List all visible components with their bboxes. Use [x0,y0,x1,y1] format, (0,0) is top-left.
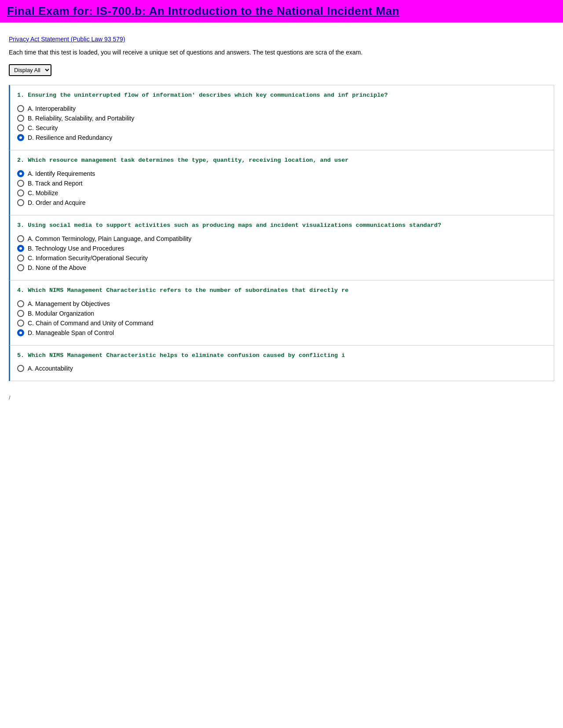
question-text-4: 4. Which NIMS Management Characteristic … [17,287,547,295]
option-item-4-C[interactable]: C. Chain of Command and Unity of Command [17,320,547,327]
radio-2-C[interactable] [17,189,24,197]
option-label-3-C: C. Information Security/Operational Secu… [28,255,148,262]
footer: / [0,390,563,405]
footer-text: / [9,394,11,401]
radio-4-C[interactable] [17,320,24,327]
radio-3-A[interactable] [17,235,24,242]
radio-1-A[interactable] [17,105,24,112]
page-title: Final Exam for: IS-700.b: An Introductio… [7,4,556,18]
option-label-2-D: D. Order and Acquire [28,199,86,206]
option-item-3-D[interactable]: D. None of the Above [17,264,547,271]
radio-1-B[interactable] [17,115,24,122]
question-block-5: 5. Which NIMS Management Characteristic … [9,346,554,382]
option-label-4-C: C. Chain of Command and Unity of Command [28,320,154,327]
main-content: Privacy Act Statement (Public Law 93 579… [0,22,563,390]
option-item-2-A[interactable]: A. Identify Requirements [17,170,547,177]
option-item-5-A[interactable]: A. Accountability [17,365,547,372]
radio-1-D[interactable] [17,134,24,141]
option-label-3-D: D. None of the Above [28,264,86,271]
display-select-container: Display All [9,64,554,76]
radio-3-D[interactable] [17,264,24,271]
option-item-3-A[interactable]: A. Common Terminology, Plain Language, a… [17,235,547,242]
option-item-4-D[interactable]: D. Manageable Span of Control [17,329,547,336]
option-label-1-D: D. Resilience and Redundancy [28,134,112,141]
option-label-1-B: B. Reliability, Scalability, and Portabi… [28,115,134,122]
question-block-2: 2. Which resource management task determ… [9,150,554,215]
question-block-4: 4. Which NIMS Management Characteristic … [9,280,554,346]
option-item-1-A[interactable]: A. Interoperability [17,105,547,112]
option-item-3-B[interactable]: B. Technology Use and Procedures [17,245,547,252]
radio-2-B[interactable] [17,180,24,187]
options-list-3: A. Common Terminology, Plain Language, a… [17,235,547,271]
option-item-1-D[interactable]: D. Resilience and Redundancy [17,134,547,141]
question-block-1: 1. Ensuring the uninterrupted flow of in… [9,85,554,150]
option-item-2-C[interactable]: C. Mobilize [17,189,547,197]
option-label-5-A: A. Accountability [28,365,73,372]
option-label-3-A: A. Common Terminology, Plain Language, a… [28,235,191,242]
radio-4-A[interactable] [17,300,24,307]
options-list-1: A. InteroperabilityB. Reliability, Scala… [17,105,547,141]
option-label-3-B: B. Technology Use and Procedures [28,245,124,252]
radio-2-A[interactable] [17,170,24,177]
option-item-2-D[interactable]: D. Order and Acquire [17,199,547,206]
option-label-2-C: C. Mobilize [28,189,58,197]
option-label-1-A: A. Interoperability [28,105,76,112]
options-list-4: A. Management by ObjectivesB. Modular Or… [17,300,547,336]
privacy-link[interactable]: Privacy Act Statement (Public Law 93 579… [9,36,554,43]
option-label-4-B: B. Modular Organization [28,310,94,317]
radio-4-D[interactable] [17,329,24,336]
option-label-4-A: A. Management by Objectives [28,300,110,307]
radio-3-C[interactable] [17,255,24,262]
options-list-5: A. Accountability [17,365,547,372]
intro-text: Each time that this test is loaded, you … [9,48,554,57]
radio-1-C[interactable] [17,124,24,131]
option-item-1-B[interactable]: B. Reliability, Scalability, and Portabi… [17,115,547,122]
question-text-5: 5. Which NIMS Management Characteristic … [17,352,547,360]
radio-3-B[interactable] [17,245,24,252]
option-label-4-D: D. Manageable Span of Control [28,329,114,336]
options-list-2: A. Identify RequirementsB. Track and Rep… [17,170,547,206]
option-label-2-A: A. Identify Requirements [28,170,95,177]
option-item-2-B[interactable]: B. Track and Report [17,180,547,187]
question-block-3: 3. Using social media to support activit… [9,215,554,280]
radio-2-D[interactable] [17,199,24,206]
questions-container: 1. Ensuring the uninterrupted flow of in… [9,85,554,381]
option-item-4-B[interactable]: B. Modular Organization [17,310,547,317]
question-text-1: 1. Ensuring the uninterrupted flow of in… [17,91,547,100]
question-text-2: 2. Which resource management task determ… [17,157,547,165]
option-label-2-B: B. Track and Report [28,180,83,187]
radio-5-A[interactable] [17,365,24,372]
question-text-3: 3. Using social media to support activit… [17,222,547,230]
option-item-3-C[interactable]: C. Information Security/Operational Secu… [17,255,547,262]
option-label-1-C: C. Security [28,124,58,131]
option-item-4-A[interactable]: A. Management by Objectives [17,300,547,307]
display-select[interactable]: Display All [9,64,51,76]
radio-4-B[interactable] [17,310,24,317]
header-bar: Final Exam for: IS-700.b: An Introductio… [0,0,563,22]
option-item-1-C[interactable]: C. Security [17,124,547,131]
